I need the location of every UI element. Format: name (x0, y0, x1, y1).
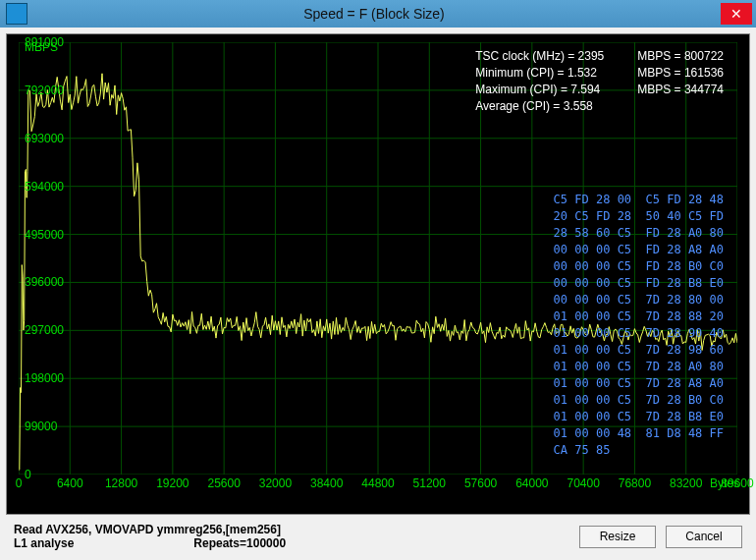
window-title: Speed = F (Block Size) (27, 6, 721, 22)
x-tick: 83200 (670, 476, 702, 490)
stat-line: TSC clock (MHz) = 2395 (475, 48, 604, 65)
y-tick: 0 (25, 468, 31, 481)
bottom-bar: Read AVX256, VMOVAPD ymmreg256,[mem256] … (6, 519, 750, 554)
x-tick: 19200 (156, 476, 189, 490)
x-tick: 51200 (413, 476, 446, 490)
plot-region: MBPS 89100079200069300059400049500039600… (19, 42, 737, 473)
x-tick: 25600 (207, 476, 240, 490)
x-tick: 64000 (515, 476, 548, 490)
x-tick: 76800 (619, 476, 651, 490)
stats-right: MBPS = 800722MBPS = 161536MBPS = 344774 (637, 48, 724, 115)
resize-button[interactable]: Resize (579, 526, 656, 548)
footer-info: Read AVX256, VMOVAPD ymmreg256,[mem256] … (14, 523, 569, 550)
stat-line: Average (CPI) = 3.558 (475, 98, 604, 115)
x-tick: 12800 (105, 476, 137, 490)
y-tick: 396000 (25, 275, 64, 289)
stat-line: MBPS = 161536 (637, 65, 724, 82)
y-tick: 495000 (25, 228, 64, 242)
titlebar: Speed = F (Block Size) ✕ (0, 0, 756, 28)
y-tick: 792000 (25, 84, 64, 97)
footer-line2: L1 analyse Repeats=100000 (14, 536, 569, 550)
cancel-button[interactable]: Cancel (666, 526, 742, 548)
stats-box: TSC clock (MHz) = 2395Minimum (CPI) = 1.… (475, 48, 724, 115)
y-tick: 198000 (25, 371, 64, 385)
x-tick: 70400 (567, 476, 599, 490)
stats-left: TSC clock (MHz) = 2395Minimum (CPI) = 1.… (475, 48, 604, 115)
y-tick: 99000 (25, 420, 57, 433)
x-tick: 0 (16, 476, 23, 490)
x-tick: 44800 (361, 476, 394, 490)
x-tick: 57600 (464, 476, 497, 490)
y-tick: 891000 (25, 35, 64, 49)
hex-dump: C5 FD 28 00 C5 FD 28 48 20 C5 FD 28 50 4… (554, 192, 724, 459)
stat-line: MBPS = 800722 (637, 48, 724, 65)
x-axis-unit: Bytes (710, 476, 739, 490)
stat-line: MBPS = 344774 (637, 82, 724, 98)
y-tick: 297000 (25, 323, 64, 337)
x-tick: 32000 (259, 476, 292, 490)
stat-line: Maximum (CPI) = 7.594 (475, 82, 604, 98)
x-tick: 38400 (310, 476, 343, 490)
close-button[interactable]: ✕ (721, 3, 752, 25)
stat-line: Minimum (CPI) = 1.532 (475, 65, 604, 82)
x-tick: 6400 (57, 476, 83, 490)
y-tick: 693000 (25, 132, 64, 145)
footer-line1: Read AVX256, VMOVAPD ymmreg256,[mem256] (14, 523, 569, 536)
app-icon (6, 3, 27, 25)
chart-area: MBPS 89100079200069300059400049500039600… (6, 33, 750, 515)
y-tick: 594000 (25, 180, 64, 194)
